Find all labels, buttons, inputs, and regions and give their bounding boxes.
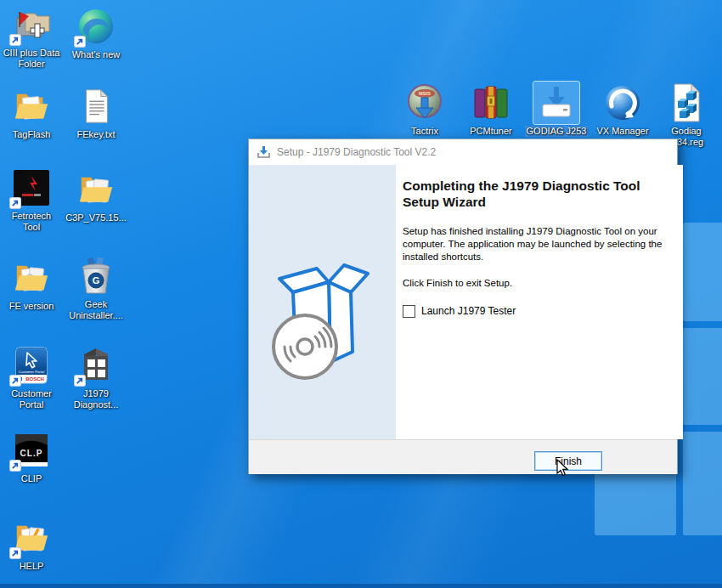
- winrar-archive-icon: [471, 82, 511, 123]
- desktop-icon-j1979-diagnostic[interactable]: J1979 Diagnost...: [60, 344, 132, 410]
- wizard-paragraph: Setup has finished installing J1979 Diag…: [403, 225, 664, 264]
- wizard-image-panel: [249, 165, 396, 439]
- desktop-icon-pcmtuner[interactable]: PCMtuner: [459, 82, 523, 137]
- shortcut-arrow-icon: [9, 547, 21, 559]
- icon-label: CLIP: [21, 473, 42, 484]
- bosch-logo-text: BOSCH: [25, 376, 44, 382]
- desktop-icon-customer-portal[interactable]: Customer Portal BOSCH Customer Portal: [0, 344, 67, 410]
- launch-checkbox[interactable]: [403, 305, 415, 318]
- setup-icon: [257, 145, 271, 160]
- desktop-icon-tagflash[interactable]: F TagFlash: [0, 85, 67, 140]
- icon-label: Tactrix: [411, 126, 438, 137]
- desktop-icon-geek-uninstaller[interactable]: G Geek Uninstaller....: [60, 255, 132, 321]
- shortcut-arrow-icon: [9, 34, 21, 46]
- desktop-icon-tactrix[interactable]: NSIS Tactrix: [392, 82, 457, 137]
- vx-sphere-icon: [602, 82, 643, 123]
- uninstaller-trash-icon: G: [76, 256, 116, 297]
- icon-label: TagFlash: [13, 129, 51, 140]
- desktop-icon-help[interactable]: HELP: [0, 517, 67, 572]
- shortcut-arrow-icon: [9, 197, 21, 209]
- wizard-box-cd-illustration: [262, 243, 381, 387]
- icon-label: HELP: [20, 561, 44, 572]
- shortcut-arrow-icon: [74, 375, 86, 387]
- dialog-title: Setup - J1979 Diagnostic Tool V2.2: [277, 146, 436, 158]
- icon-label: VX Manager: [596, 126, 648, 137]
- icon-label: J1979 Diagnost...: [68, 388, 124, 410]
- desktop-icon-c3p-folder[interactable]: C3P_V75.15...: [60, 168, 132, 223]
- icon-label: Geek Uninstaller....: [60, 299, 132, 321]
- icon-label: FE version: [9, 301, 54, 312]
- wizard-heading: Completing the J1979 Diagnostic Tool Set…: [403, 178, 673, 211]
- launch-checkbox-label: Launch J1979 Tester: [421, 305, 516, 317]
- setup-tray-icon: [536, 82, 577, 123]
- icon-label: FEkey.txt: [76, 129, 115, 140]
- folder-icon: F: [12, 87, 51, 126]
- desktop-icon-fekey-txt[interactable]: FEkey.txt: [60, 85, 132, 140]
- dialog-footer: Finish: [249, 439, 677, 474]
- icon-label: C3P_V75.15...: [65, 212, 127, 223]
- nsis-installer-icon: NSIS: [404, 82, 445, 123]
- icon-label: Fetrotech Tool: [3, 211, 59, 233]
- desktop-icon-vx-manager[interactable]: VX Manager: [590, 82, 655, 137]
- taskbar-edge: [0, 584, 722, 588]
- finish-instruction: Click Finish to exit Setup.: [403, 278, 673, 288]
- desktop-icon-fe-version[interactable]: FE version: [0, 257, 67, 312]
- text-file-icon: [76, 87, 116, 126]
- desktop-icon-godiag-j253[interactable]: GODIAG J253: [524, 82, 589, 137]
- icon-label: GODIAG J253: [525, 126, 589, 137]
- mouse-cursor: [556, 459, 570, 478]
- desktop-icon-whats-new[interactable]: What's new: [60, 5, 132, 60]
- clip-logo-text: CL.P: [20, 449, 43, 458]
- desktop-icon-fetrotech-tool[interactable]: Fetrotech Tool: [0, 167, 67, 233]
- dialog-titlebar[interactable]: Setup - J1979 Diagnostic Tool V2.2: [249, 139, 677, 165]
- shortcut-arrow-icon: [74, 36, 86, 48]
- desktop-icon-clip[interactable]: CL.P CLIP: [0, 429, 67, 484]
- shortcut-arrow-icon: [9, 460, 21, 472]
- wizard-content: Completing the J1979 Diagnostic Tool Set…: [396, 165, 683, 439]
- geek-letter: G: [93, 275, 100, 286]
- registry-file-icon: [666, 82, 707, 123]
- shortcut-arrow-icon: [9, 375, 21, 387]
- desktop-icon-ciii-plus-data-folder[interactable]: CIII plus Data Folder: [0, 3, 67, 70]
- setup-wizard-dialog: Setup - J1979 Diagnostic Tool V2.2: [248, 139, 678, 474]
- icon-label: PCMtuner: [470, 126, 512, 137]
- customer-portal-band-text: Customer Portal: [19, 370, 44, 374]
- open-folder-icon: [76, 170, 116, 209]
- open-folder-icon: [12, 258, 51, 297]
- icon-label: CIII plus Data Folder: [0, 48, 67, 70]
- icon-label: Customer Portal: [3, 388, 59, 410]
- nsis-logo-text: NSIS: [419, 91, 431, 96]
- icon-label: What's new: [72, 49, 121, 60]
